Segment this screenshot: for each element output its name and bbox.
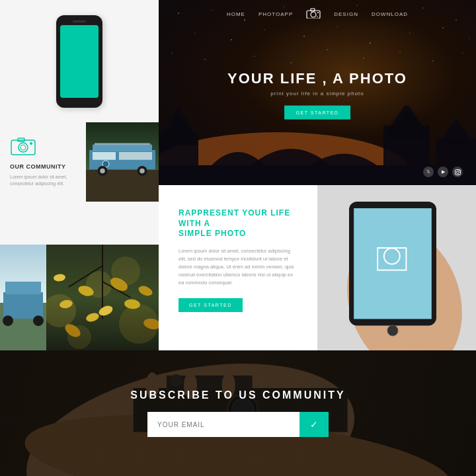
subscribe-form: ✓ (147, 412, 329, 437)
svg-marker-35 (162, 106, 195, 136)
hero-subtitle: print your life in a simple photo (227, 91, 407, 97)
email-input[interactable] (147, 412, 299, 437)
svg-point-43 (311, 12, 316, 17)
svg-point-18 (337, 26, 337, 26)
svg-point-4 (30, 142, 32, 145)
community-title: OUR COMMUNITY (10, 163, 76, 170)
camera-icon (10, 136, 36, 155)
svg-point-48 (459, 170, 459, 171)
nav-design[interactable]: DESIGN (334, 11, 358, 17)
hero-cta-button[interactable]: GET STARTED (284, 106, 351, 120)
svg-point-17 (303, 36, 304, 36)
svg-point-2 (20, 145, 26, 150)
svg-point-28 (363, 58, 364, 59)
svg-point-21 (442, 27, 443, 28)
phone-speaker (73, 20, 86, 22)
svg-point-19 (370, 42, 371, 44)
hero-content: YOUR LIFE , A PHOTO print your life in a… (227, 71, 407, 120)
phone-hand-canvas (317, 185, 476, 350)
svg-point-8 (284, 6, 284, 7)
phone-area (0, 0, 159, 122)
svg-point-30 (432, 60, 433, 61)
svg-point-47 (456, 171, 459, 173)
phone-frame (56, 15, 102, 108)
nav-download[interactable]: DOWNLOAD (372, 11, 408, 17)
svg-point-14 (195, 33, 196, 34)
svg-point-45 (317, 12, 319, 13)
subscribe-content: SUBSCRIBE TO US COMMUNITY ✓ (0, 350, 476, 476)
svg-point-23 (171, 52, 172, 53)
social-youtube[interactable]: ▶ (438, 167, 448, 177)
nav-camera-icon (306, 8, 321, 20)
svg-point-22 (469, 38, 470, 39)
svg-point-26 (290, 62, 291, 63)
bottom-image-leaves (46, 245, 159, 350)
email-submit-button[interactable]: ✓ (299, 412, 329, 437)
nav-photoapp[interactable]: PHOTOAPP (258, 11, 293, 17)
van-image-top (86, 122, 159, 202)
subscribe-title: SUBSCRIBE TO US COMMUNITY (130, 389, 345, 401)
svg-point-15 (231, 39, 232, 40)
hero-title: YOUR LIFE , A PHOTO (227, 71, 407, 87)
social-instagram[interactable] (452, 167, 463, 177)
subscribe-section: SUBSCRIBE TO US COMMUNITY ✓ (0, 350, 476, 476)
middle-body: Lorem ipsum dolor sit amet, consectetur … (178, 247, 298, 287)
van-small-canvas (0, 245, 46, 350)
svg-point-1 (19, 143, 28, 152)
social-twitter[interactable]: 𝕏 (423, 167, 434, 177)
middle-phone-area (317, 185, 476, 350)
svg-marker-40 (436, 119, 476, 145)
van-image-canvas (86, 122, 159, 202)
svg-point-16 (264, 30, 265, 30)
left-panel: OUR COMMUNITY Lorem ipsum dolor sit amet… (0, 0, 159, 350)
middle-text-area: RAPPRESENT YOUR LIFE WITH A SIMPLE PHOTO… (159, 185, 317, 350)
hero-social: 𝕏 ▶ (423, 167, 463, 177)
bottom-image-van-small (0, 245, 46, 350)
checkmark-icon: ✓ (310, 419, 318, 430)
bottom-images (0, 245, 159, 350)
phone-screen (60, 25, 99, 98)
svg-point-20 (410, 33, 411, 34)
svg-point-31 (462, 52, 463, 53)
svg-point-10 (357, 5, 358, 6)
middle-heading: RAPPRESENT YOUR LIFE WITH A SIMPLE PHOTO (178, 208, 298, 239)
svg-point-24 (204, 59, 206, 60)
svg-point-25 (255, 56, 255, 57)
hero-section: HOME PHOTOAPP DESIGN DOWNLOAD YOUR LIFE … (159, 0, 476, 185)
middle-section: RAPPRESENT YOUR LIFE WITH A SIMPLE PHOTO… (159, 185, 476, 350)
community-section: OUR COMMUNITY Lorem ipsum dolor sit amet… (0, 122, 86, 228)
svg-point-29 (400, 52, 401, 52)
community-text: Lorem ipsum dolor sit amet, consectetur … (10, 174, 76, 187)
nav-home[interactable]: HOME (227, 11, 245, 17)
svg-point-27 (327, 49, 327, 50)
middle-cta-button[interactable]: GET STARTED (178, 298, 243, 312)
leaves-canvas (46, 245, 159, 350)
hero-nav: HOME PHOTOAPP DESIGN DOWNLOAD (159, 8, 476, 20)
